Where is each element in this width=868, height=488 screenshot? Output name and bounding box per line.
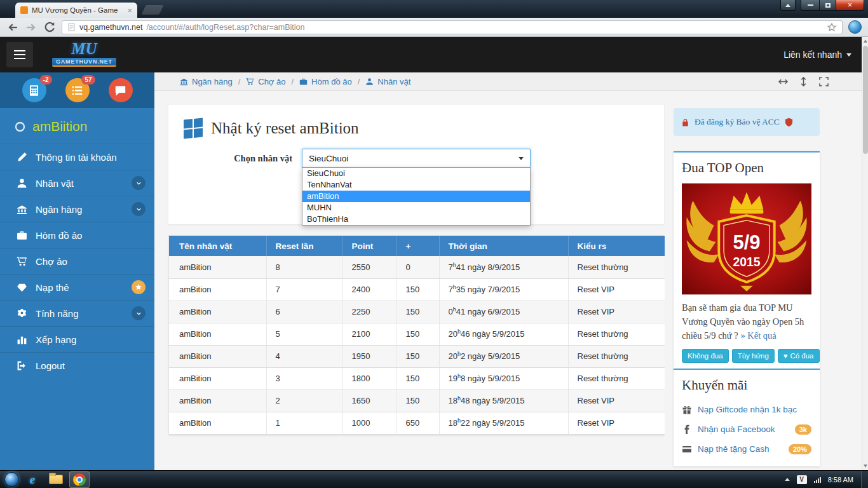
promo-item[interactable]: Nhận quà Facebook3k xyxy=(682,419,811,439)
cell-time: 0h41 ngày 6/9/2015 xyxy=(439,301,568,323)
extension-icon[interactable] xyxy=(848,20,862,34)
back-icon[interactable] xyxy=(6,21,19,34)
chevron-down-icon[interactable] xyxy=(132,306,146,320)
dropdown-option[interactable]: amBition xyxy=(302,191,530,202)
sidebar-item-virtual-market[interactable]: Chợ ảo xyxy=(0,248,154,274)
briefcase-icon xyxy=(299,78,308,86)
reset-log-table: Tên nhân vậtReset lầnPoint+Thời gianKiểu… xyxy=(169,236,665,435)
cell-time: 20h2 ngày 5/9/2015 xyxy=(439,345,568,367)
bookmark-star-icon[interactable] xyxy=(827,22,837,32)
race-button-2[interactable]: ♥Có đua xyxy=(778,349,820,363)
chat-button[interactable] xyxy=(109,78,133,102)
top-race-description: Bạn sẽ tham gia đua TOP MU Vương Quyền v… xyxy=(682,301,811,342)
calculator-button[interactable]: -2 xyxy=(22,78,46,102)
forward-icon[interactable] xyxy=(25,21,37,34)
clock[interactable]: 8:58 AM xyxy=(828,476,853,484)
table-row: amBition1100065018h22 ngày 5/9/2015Reset… xyxy=(169,412,665,434)
sidebar-item-label: Nạp thẻ xyxy=(36,282,69,293)
quick-links-menu[interactable]: Liên kết nhanh xyxy=(783,50,851,60)
promo-item[interactable]: Nạp Giftcode nhận 1k bạc xyxy=(682,400,811,419)
hamburger-menu-icon[interactable] xyxy=(6,42,33,67)
dropdown-option[interactable]: BoThienHa xyxy=(302,214,530,225)
chevron-down-icon[interactable] xyxy=(132,202,146,216)
fullscreen-icon[interactable] xyxy=(819,77,829,86)
cell-plus: 150 xyxy=(397,301,439,323)
sidebar-item-label: Tính năng xyxy=(36,308,79,319)
sidebar-item-ranking[interactable]: Xếp hạng xyxy=(0,326,154,352)
sidebar-item-features[interactable]: Tính năng xyxy=(0,300,154,326)
scroll-up-icon[interactable] xyxy=(864,39,867,43)
sidebar-item-logout[interactable]: Logout xyxy=(0,352,154,378)
bank-icon xyxy=(180,78,188,86)
cell-name: amBition xyxy=(169,367,266,390)
minimize-icon xyxy=(808,4,813,6)
start-button[interactable] xyxy=(4,472,19,487)
calc-badge: -2 xyxy=(40,75,52,85)
breadcrumb-label: Chợ ảo xyxy=(258,77,285,86)
cell-point: 1650 xyxy=(342,390,397,412)
chat-icon xyxy=(114,85,126,97)
cell-name: amBition xyxy=(169,412,266,434)
column-header: + xyxy=(397,236,439,256)
breadcrumb-link[interactable]: Ngân hàng xyxy=(180,77,233,86)
network-icon[interactable] xyxy=(814,477,821,483)
tab-close-icon[interactable]: × xyxy=(127,6,132,15)
breadcrumb-link[interactable]: Nhân vật xyxy=(365,77,410,86)
gem-icon xyxy=(17,282,27,293)
race-button-0[interactable]: Không đua xyxy=(682,349,729,363)
cell-reset: 6 xyxy=(266,301,342,323)
breadcrumb-link[interactable]: Chợ ảo xyxy=(246,77,285,86)
result-link[interactable]: » Kết quả xyxy=(740,330,776,341)
sidebar-item-recharge[interactable]: Nạp thẻ xyxy=(0,274,154,300)
refresh-icon[interactable] xyxy=(43,21,56,34)
sidebar-item-bank[interactable]: Ngân hàng xyxy=(0,196,154,222)
page-scrollbar[interactable] xyxy=(862,37,868,470)
scrollbar-thumb[interactable] xyxy=(863,46,868,154)
dropdown-option[interactable]: SieuChuoi xyxy=(302,168,530,179)
pin-window-button[interactable] xyxy=(780,0,796,11)
show-desktop-button[interactable] xyxy=(861,471,868,488)
arrows-horizontal-icon[interactable] xyxy=(778,77,788,86)
breadcrumb-label: Nhân vật xyxy=(377,77,410,86)
chevron-down-icon[interactable] xyxy=(132,176,146,190)
taskbar-explorer-button[interactable] xyxy=(46,471,66,488)
protection-notice-text: Đã đăng ký Bảo vệ ACC xyxy=(695,117,780,127)
close-button[interactable]: × xyxy=(836,0,864,11)
cell-name: amBition xyxy=(169,323,266,345)
browser-tab[interactable]: MU Vương Quyền - Game × xyxy=(15,3,137,18)
site-logo[interactable]: MU GAMETHUVN.NET xyxy=(52,43,116,67)
tray-expand-icon[interactable] xyxy=(785,478,790,481)
chart-icon xyxy=(17,334,27,345)
sidebar: -2 57 amBiition Thông tin tài khoảnNhân … xyxy=(0,72,154,470)
taskbar: e V 8:58 AM xyxy=(0,470,868,488)
race-button-1[interactable]: Tùy hứng xyxy=(732,349,775,363)
arrows-vertical-icon[interactable] xyxy=(799,77,808,86)
tab-title: MU Vương Quyền - Game xyxy=(32,6,123,14)
minimize-button[interactable] xyxy=(801,0,819,11)
sidebar-item-account-info[interactable]: Thông tin tài khoản xyxy=(0,144,154,170)
breadcrumb-link[interactable]: Hòm đồ ảo xyxy=(299,77,352,86)
taskbar-chrome-button[interactable] xyxy=(69,471,90,488)
new-tab-button[interactable] xyxy=(142,5,164,15)
taskbar-ie-button[interactable]: e xyxy=(22,471,43,488)
breadcrumb-separator: / xyxy=(291,77,294,86)
tasks-button[interactable]: 57 xyxy=(65,78,90,102)
promotions-card: Khuyến mãi Nạp Giftcode nhận 1k bạcNhận … xyxy=(674,369,820,466)
cell-point: 2400 xyxy=(342,278,397,301)
sidebar-item-virtual-chest[interactable]: Hòm đồ ảo xyxy=(0,222,154,248)
address-bar[interactable]: vq.gamethuvn.net/account/#/auth/logReset… xyxy=(62,20,843,34)
dropdown-option[interactable]: TenNhanVat xyxy=(302,179,530,191)
promo-item[interactable]: Nạp thẻ tặng Cash20% xyxy=(682,439,811,459)
maximize-button[interactable] xyxy=(819,0,836,11)
table-row: amBition3180015019h8 ngày 5/9/2015Reset … xyxy=(169,367,665,390)
star-badge-icon xyxy=(132,280,146,294)
race-button-label: Có đua xyxy=(790,352,813,360)
tray-app-icon[interactable]: V xyxy=(797,475,807,484)
dropdown-option[interactable]: MUHN xyxy=(302,202,530,214)
character-select[interactable]: SieuChuoi xyxy=(302,149,531,168)
scroll-down-icon[interactable] xyxy=(864,464,867,468)
sidebar-user: amBiition xyxy=(0,108,154,144)
sidebar-item-characters[interactable]: Nhân vật xyxy=(0,170,154,196)
character-dropdown-list: SieuChuoiTenNhanVatamBitionMUHNBoThienHa xyxy=(302,167,531,226)
cell-point: 1000 xyxy=(342,412,397,434)
